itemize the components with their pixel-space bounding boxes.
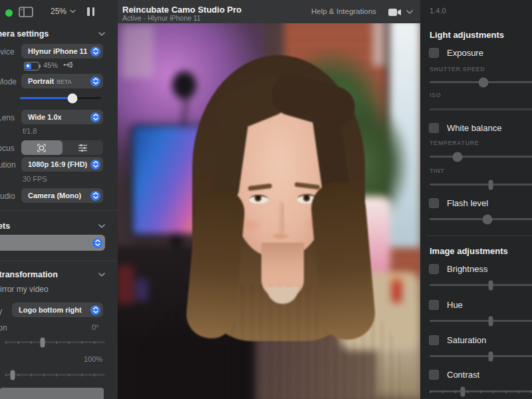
rotation-value: 0°	[92, 323, 99, 331]
slider-knob[interactable]	[10, 370, 15, 380]
focus-segmented-control	[21, 140, 103, 155]
image-adjustments-heading: Image adjustments	[430, 246, 508, 256]
focus-auto-segment[interactable]	[21, 140, 63, 155]
rotation-slider[interactable]	[5, 341, 105, 343]
brightness-label: Brightness	[447, 264, 487, 274]
overlay-label: Overlay	[0, 307, 2, 316]
slider-knob[interactable]	[489, 280, 493, 290]
iso-slider[interactable]	[430, 108, 532, 110]
hue-slider[interactable]	[430, 320, 532, 322]
overlay-dropdown[interactable]: Logo bottom right	[12, 303, 103, 317]
preview-zoom-dropdown[interactable]: 25%	[51, 7, 76, 16]
camera-settings-heading: Camera settings	[0, 29, 49, 39]
saturation-slider[interactable]	[430, 355, 532, 357]
slider-knob[interactable]	[479, 77, 489, 87]
tint-slider[interactable]	[430, 184, 532, 186]
right-sidebar: 1.4.0 Light adjustments Exposure SHUTTER…	[420, 0, 532, 399]
focus-manual-segment[interactable]	[63, 140, 104, 155]
brightness-checkbox[interactable]	[429, 264, 439, 274]
divider	[0, 210, 118, 211]
flash-level-slider[interactable]	[430, 218, 532, 220]
zoom-value: 100%	[84, 355, 102, 363]
framerate-value: 30 FPS	[23, 175, 47, 183]
stepper-icon	[90, 76, 100, 86]
resolution-label: Resolution	[0, 160, 16, 170]
slider-knob[interactable]	[68, 93, 78, 103]
brightness-slider[interactable]	[430, 284, 532, 286]
audio-value: Camera (Mono)	[28, 192, 81, 200]
pause-bar	[87, 7, 90, 16]
shutter-speed-label: SHUTTER SPEED	[430, 66, 485, 72]
slider-knob[interactable]	[453, 152, 463, 162]
pause-bar	[92, 7, 95, 16]
chevron-down-icon[interactable]	[406, 10, 413, 14]
zoom-slider[interactable]	[5, 374, 105, 376]
video-camera-icon	[388, 8, 402, 17]
exposure-checkbox[interactable]	[429, 48, 439, 58]
slider-knob[interactable]	[483, 214, 493, 224]
aperture-value: f/1.8	[23, 127, 37, 135]
stepper-icon	[90, 305, 100, 315]
resolution-dropdown[interactable]: 1080p 16:9 (FHD)	[21, 157, 103, 172]
image-transformation-heading: Image transformation	[0, 270, 58, 279]
camera-select-button[interactable]	[388, 7, 402, 19]
presets-dropdown[interactable]	[0, 235, 105, 251]
app-title: Reincubate Camo Studio Pro	[122, 5, 241, 15]
stepper-icon	[92, 238, 102, 248]
stepper-icon	[90, 191, 100, 201]
temperature-slider[interactable]	[430, 156, 532, 158]
sidebar-toggle-icon[interactable]	[19, 7, 33, 17]
slider-knob[interactable]	[40, 337, 45, 347]
lens-dropdown[interactable]: Wide 1.0x	[21, 110, 103, 124]
device-dropdown[interactable]: Hlynur iPhone 11	[21, 44, 103, 59]
portrait-strength-slider[interactable]	[20, 97, 101, 99]
shutter-speed-slider[interactable]	[430, 81, 532, 83]
presets-heading: Presets	[0, 221, 10, 231]
slider-knob[interactable]	[461, 386, 466, 396]
active-device-subtitle: Active - Hlynur iPhone 11	[122, 14, 201, 22]
chevron-down-icon[interactable]	[98, 32, 105, 36]
resolution-value: 1080p 16:9 (FHD)	[28, 160, 87, 168]
device-value: Hlynur iPhone 11	[28, 47, 87, 55]
pause-button[interactable]	[87, 7, 94, 16]
mirror-my-video-label[interactable]: Mirror my video	[0, 285, 49, 294]
preview-subject	[118, 23, 420, 399]
contrast-label: Contrast	[447, 370, 479, 380]
flash-level-label: Flash level	[447, 198, 488, 208]
contrast-slider[interactable]	[430, 390, 532, 392]
lens-label: Lens	[0, 113, 15, 122]
slider-knob[interactable]	[489, 316, 493, 326]
divider	[427, 235, 532, 236]
light-adjustments-heading: Light adjustments	[430, 30, 504, 40]
overlay-value: Logo bottom right	[19, 306, 82, 314]
slider-ticks	[430, 390, 532, 393]
hue-label: Hue	[447, 300, 463, 310]
saturation-label: Saturation	[447, 335, 486, 345]
mode-beta-badge: BETA	[57, 78, 72, 85]
chevron-down-icon[interactable]	[98, 224, 105, 228]
left-sidebar: 25% Camera settings Device Hlynur iPhone…	[0, 0, 118, 399]
audio-dropdown[interactable]: Camera (Mono)	[21, 188, 103, 203]
header-bar: Reincubate Camo Studio Pro Active - Hlyn…	[118, 0, 420, 23]
stepper-icon	[90, 160, 100, 170]
white-balance-checkbox[interactable]	[429, 123, 439, 133]
chevron-down-icon[interactable]	[98, 273, 105, 277]
mode-dropdown[interactable]: Portrait BETA	[21, 74, 103, 88]
mode-label: Mode	[0, 77, 17, 86]
flash-level-checkbox[interactable]	[429, 198, 439, 208]
window-green-button[interactable]	[5, 9, 13, 17]
version-label: 1.4.0	[430, 7, 446, 15]
slider-knob[interactable]	[489, 351, 493, 361]
usb-icon	[63, 61, 74, 68]
hue-checkbox[interactable]	[429, 300, 439, 310]
saturation-checkbox[interactable]	[429, 335, 439, 345]
camo-studio-window: 25% Camera settings Device Hlynur iPhone…	[0, 0, 532, 399]
contrast-checkbox[interactable]	[429, 370, 439, 380]
stepper-icon	[90, 112, 100, 122]
tint-label: TINT	[430, 168, 444, 174]
slider-knob[interactable]	[489, 180, 493, 190]
left-panel-bottom-button[interactable]	[0, 388, 104, 399]
audio-label: Audio	[0, 192, 15, 201]
slider-ticks	[5, 341, 105, 344]
help-integrations-link[interactable]: Help & Integrations	[311, 7, 376, 15]
